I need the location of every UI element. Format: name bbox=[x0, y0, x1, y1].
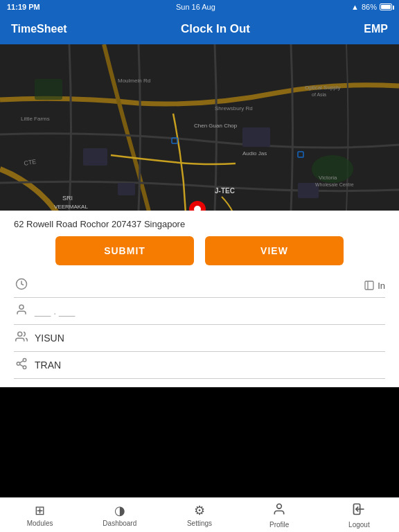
status-time: 11:19 PM bbox=[7, 3, 40, 11]
nav-profile[interactable]: Profile bbox=[240, 502, 319, 529]
svg-rect-7 bbox=[242, 127, 270, 147]
status-indicators: ▲ 86% bbox=[351, 3, 392, 11]
wifi-icon: ▲ bbox=[351, 3, 359, 11]
svg-text:VEERMAKAL: VEERMAKAL bbox=[54, 204, 88, 210]
view-button[interactable]: VIEW bbox=[205, 236, 344, 265]
settings-icon: ⚙ bbox=[194, 503, 205, 518]
group-row: YISUN bbox=[14, 325, 385, 352]
clock-icon bbox=[14, 278, 29, 293]
svg-rect-6 bbox=[118, 183, 135, 195]
app-header: TimeSheet Clock In Out EMP bbox=[0, 14, 399, 44]
svg-text:Optical Supply: Optical Supply bbox=[305, 85, 341, 91]
svg-text:Wholesale Centre: Wholesale Centre bbox=[315, 182, 354, 187]
svg-text:Audio Jas: Audio Jas bbox=[242, 150, 267, 157]
emp-button[interactable]: EMP bbox=[364, 23, 388, 35]
nav-dashboard[interactable]: ◑ Dashboard bbox=[80, 503, 159, 527]
user-row: ___ . ___ bbox=[14, 298, 385, 325]
team-value: TRAN bbox=[35, 360, 61, 371]
logout-label: Logout bbox=[348, 521, 370, 529]
svg-text:Moulmein Rd: Moulmein Rd bbox=[118, 78, 150, 84]
svg-text:SRI: SRI bbox=[62, 195, 73, 202]
svg-rect-3 bbox=[35, 79, 62, 100]
svg-text:Little Farms: Little Farms bbox=[21, 116, 50, 122]
dashboard-icon: ◑ bbox=[114, 503, 125, 518]
in-label: In bbox=[378, 281, 385, 291]
svg-rect-56 bbox=[365, 281, 373, 290]
user-value: ___ . ___ bbox=[35, 305, 75, 317]
svg-text:Victoria: Victoria bbox=[319, 175, 337, 181]
nav-settings[interactable]: ⚙ Settings bbox=[159, 503, 239, 527]
in-badge: In bbox=[364, 280, 385, 291]
status-date: Sun 16 Aug bbox=[176, 3, 215, 11]
status-bar: 11:19 PM Sun 16 Aug ▲ 86% bbox=[0, 0, 399, 14]
share-icon bbox=[14, 357, 29, 373]
bottom-panel: 62 Rowell Road Rochor 207437 Singapore S… bbox=[0, 211, 399, 387]
battery-icon bbox=[380, 3, 392, 10]
page-title: Clock In Out bbox=[181, 22, 250, 36]
svg-line-64 bbox=[19, 361, 23, 363]
team-row: TRAN bbox=[14, 352, 385, 379]
svg-rect-5 bbox=[83, 148, 107, 166]
group-value: YISUN bbox=[35, 332, 64, 344]
person-icon bbox=[14, 303, 29, 319]
svg-point-60 bbox=[23, 359, 26, 362]
nav-logout[interactable]: Logout bbox=[319, 502, 399, 529]
svg-text:Chen Guan Chop: Chen Guan Chop bbox=[194, 123, 238, 129]
time-input[interactable] bbox=[35, 280, 358, 291]
action-buttons: SUBMIT VIEW bbox=[14, 236, 385, 265]
settings-label: Settings bbox=[187, 520, 212, 527]
time-row: In bbox=[14, 274, 385, 298]
svg-point-61 bbox=[17, 362, 20, 366]
group-icon bbox=[14, 330, 29, 346]
svg-text:J-TEC: J-TEC bbox=[215, 187, 235, 195]
modules-label: Modules bbox=[27, 520, 53, 527]
svg-point-62 bbox=[23, 366, 26, 369]
app-title: TimeSheet bbox=[11, 23, 67, 35]
svg-text:Shrewsbury Rd: Shrewsbury Rd bbox=[215, 105, 253, 112]
nav-modules[interactable]: ⊞ Modules bbox=[0, 503, 80, 527]
profile-icon bbox=[272, 502, 286, 520]
submit-button[interactable]: SUBMIT bbox=[55, 236, 194, 265]
svg-line-63 bbox=[19, 364, 23, 366]
bottom-navigation: ⊞ Modules ◑ Dashboard ⚙ Settings Profile… bbox=[0, 497, 399, 532]
battery-percent: 86% bbox=[362, 3, 377, 11]
svg-point-59 bbox=[18, 332, 22, 336]
dashboard-label: Dashboard bbox=[103, 520, 136, 527]
logout-icon bbox=[352, 502, 366, 520]
svg-point-65 bbox=[277, 504, 282, 508]
profile-label: Profile bbox=[269, 521, 289, 529]
svg-point-58 bbox=[19, 305, 24, 309]
modules-icon: ⊞ bbox=[35, 503, 45, 518]
svg-text:of Asia: of Asia bbox=[312, 92, 326, 97]
address-display: 62 Rowell Road Rochor 207437 Singapore bbox=[14, 219, 385, 229]
